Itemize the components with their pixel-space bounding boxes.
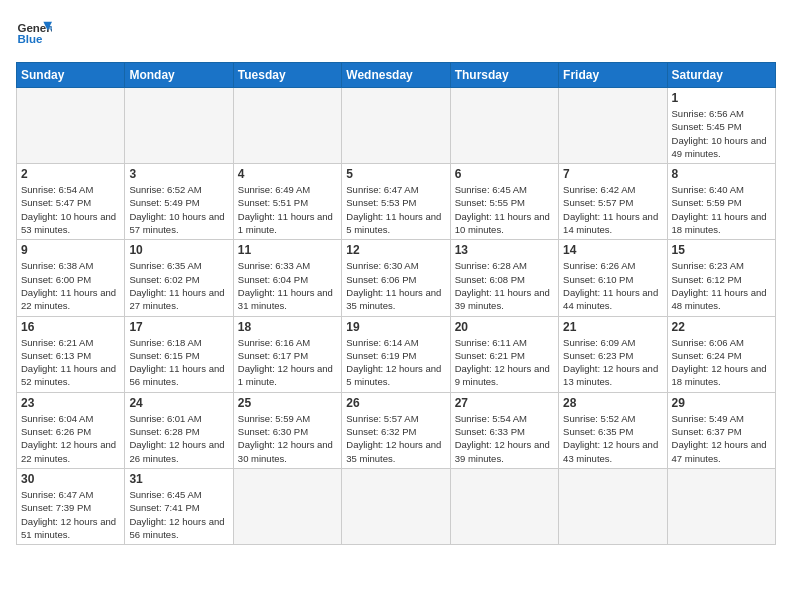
weekday-header-row: SundayMondayTuesdayWednesdayThursdayFrid…: [17, 63, 776, 88]
day-info: Sunrise: 6:18 AM Sunset: 6:15 PM Dayligh…: [129, 336, 228, 389]
day-info: Sunrise: 6:14 AM Sunset: 6:19 PM Dayligh…: [346, 336, 445, 389]
day-number: 8: [672, 167, 771, 181]
day-info: Sunrise: 5:57 AM Sunset: 6:32 PM Dayligh…: [346, 412, 445, 465]
day-cell: 5Sunrise: 6:47 AM Sunset: 5:53 PM Daylig…: [342, 164, 450, 240]
week-row-5: 30Sunrise: 6:47 AM Sunset: 7:39 PM Dayli…: [17, 468, 776, 544]
day-cell: 31Sunrise: 6:45 AM Sunset: 7:41 PM Dayli…: [125, 468, 233, 544]
day-cell: 2Sunrise: 6:54 AM Sunset: 5:47 PM Daylig…: [17, 164, 125, 240]
day-info: Sunrise: 6:06 AM Sunset: 6:24 PM Dayligh…: [672, 336, 771, 389]
day-cell: 4Sunrise: 6:49 AM Sunset: 5:51 PM Daylig…: [233, 164, 341, 240]
week-row-0: 1Sunrise: 6:56 AM Sunset: 5:45 PM Daylig…: [17, 88, 776, 164]
day-number: 29: [672, 396, 771, 410]
day-cell: [125, 88, 233, 164]
week-row-4: 23Sunrise: 6:04 AM Sunset: 6:26 PM Dayli…: [17, 392, 776, 468]
day-cell: 19Sunrise: 6:14 AM Sunset: 6:19 PM Dayli…: [342, 316, 450, 392]
day-number: 16: [21, 320, 120, 334]
weekday-header-thursday: Thursday: [450, 63, 558, 88]
day-cell: 17Sunrise: 6:18 AM Sunset: 6:15 PM Dayli…: [125, 316, 233, 392]
week-row-3: 16Sunrise: 6:21 AM Sunset: 6:13 PM Dayli…: [17, 316, 776, 392]
day-cell: 15Sunrise: 6:23 AM Sunset: 6:12 PM Dayli…: [667, 240, 775, 316]
day-number: 28: [563, 396, 662, 410]
day-number: 10: [129, 243, 228, 257]
header: General Blue: [16, 16, 776, 52]
day-cell: [342, 88, 450, 164]
day-number: 26: [346, 396, 445, 410]
day-info: Sunrise: 6:42 AM Sunset: 5:57 PM Dayligh…: [563, 183, 662, 236]
day-cell: [17, 88, 125, 164]
day-number: 24: [129, 396, 228, 410]
weekday-header-monday: Monday: [125, 63, 233, 88]
day-number: 14: [563, 243, 662, 257]
day-cell: [450, 88, 558, 164]
day-cell: 23Sunrise: 6:04 AM Sunset: 6:26 PM Dayli…: [17, 392, 125, 468]
day-info: Sunrise: 6:56 AM Sunset: 5:45 PM Dayligh…: [672, 107, 771, 160]
day-info: Sunrise: 5:49 AM Sunset: 6:37 PM Dayligh…: [672, 412, 771, 465]
day-info: Sunrise: 6:52 AM Sunset: 5:49 PM Dayligh…: [129, 183, 228, 236]
day-info: Sunrise: 6:09 AM Sunset: 6:23 PM Dayligh…: [563, 336, 662, 389]
day-cell: 16Sunrise: 6:21 AM Sunset: 6:13 PM Dayli…: [17, 316, 125, 392]
day-info: Sunrise: 5:59 AM Sunset: 6:30 PM Dayligh…: [238, 412, 337, 465]
day-cell: 3Sunrise: 6:52 AM Sunset: 5:49 PM Daylig…: [125, 164, 233, 240]
day-cell: 11Sunrise: 6:33 AM Sunset: 6:04 PM Dayli…: [233, 240, 341, 316]
day-number: 22: [672, 320, 771, 334]
day-number: 13: [455, 243, 554, 257]
day-number: 9: [21, 243, 120, 257]
logo: General Blue: [16, 16, 52, 52]
day-number: 25: [238, 396, 337, 410]
day-info: Sunrise: 5:52 AM Sunset: 6:35 PM Dayligh…: [563, 412, 662, 465]
page: General Blue SundayMondayTuesdayWednesda…: [0, 0, 792, 612]
week-row-1: 2Sunrise: 6:54 AM Sunset: 5:47 PM Daylig…: [17, 164, 776, 240]
day-cell: [559, 88, 667, 164]
weekday-header-friday: Friday: [559, 63, 667, 88]
day-number: 31: [129, 472, 228, 486]
day-cell: 14Sunrise: 6:26 AM Sunset: 6:10 PM Dayli…: [559, 240, 667, 316]
day-cell: 7Sunrise: 6:42 AM Sunset: 5:57 PM Daylig…: [559, 164, 667, 240]
day-number: 21: [563, 320, 662, 334]
day-info: Sunrise: 6:38 AM Sunset: 6:00 PM Dayligh…: [21, 259, 120, 312]
day-number: 3: [129, 167, 228, 181]
day-cell: [667, 468, 775, 544]
weekday-header-wednesday: Wednesday: [342, 63, 450, 88]
day-cell: 1Sunrise: 6:56 AM Sunset: 5:45 PM Daylig…: [667, 88, 775, 164]
logo-icon: General Blue: [16, 16, 52, 52]
day-info: Sunrise: 6:30 AM Sunset: 6:06 PM Dayligh…: [346, 259, 445, 312]
week-row-2: 9Sunrise: 6:38 AM Sunset: 6:00 PM Daylig…: [17, 240, 776, 316]
day-info: Sunrise: 6:28 AM Sunset: 6:08 PM Dayligh…: [455, 259, 554, 312]
day-cell: 20Sunrise: 6:11 AM Sunset: 6:21 PM Dayli…: [450, 316, 558, 392]
day-cell: 29Sunrise: 5:49 AM Sunset: 6:37 PM Dayli…: [667, 392, 775, 468]
day-cell: 8Sunrise: 6:40 AM Sunset: 5:59 PM Daylig…: [667, 164, 775, 240]
day-number: 23: [21, 396, 120, 410]
day-info: Sunrise: 6:26 AM Sunset: 6:10 PM Dayligh…: [563, 259, 662, 312]
day-cell: 10Sunrise: 6:35 AM Sunset: 6:02 PM Dayli…: [125, 240, 233, 316]
day-cell: 26Sunrise: 5:57 AM Sunset: 6:32 PM Dayli…: [342, 392, 450, 468]
weekday-header-saturday: Saturday: [667, 63, 775, 88]
day-number: 4: [238, 167, 337, 181]
day-number: 6: [455, 167, 554, 181]
day-info: Sunrise: 6:01 AM Sunset: 6:28 PM Dayligh…: [129, 412, 228, 465]
day-info: Sunrise: 6:35 AM Sunset: 6:02 PM Dayligh…: [129, 259, 228, 312]
day-cell: 12Sunrise: 6:30 AM Sunset: 6:06 PM Dayli…: [342, 240, 450, 316]
day-cell: 27Sunrise: 5:54 AM Sunset: 6:33 PM Dayli…: [450, 392, 558, 468]
day-info: Sunrise: 6:33 AM Sunset: 6:04 PM Dayligh…: [238, 259, 337, 312]
day-cell: [450, 468, 558, 544]
day-info: Sunrise: 6:47 AM Sunset: 7:39 PM Dayligh…: [21, 488, 120, 541]
weekday-header-tuesday: Tuesday: [233, 63, 341, 88]
day-info: Sunrise: 6:47 AM Sunset: 5:53 PM Dayligh…: [346, 183, 445, 236]
day-cell: 13Sunrise: 6:28 AM Sunset: 6:08 PM Dayli…: [450, 240, 558, 316]
svg-text:Blue: Blue: [17, 33, 43, 45]
day-cell: 21Sunrise: 6:09 AM Sunset: 6:23 PM Dayli…: [559, 316, 667, 392]
day-info: Sunrise: 6:21 AM Sunset: 6:13 PM Dayligh…: [21, 336, 120, 389]
day-number: 11: [238, 243, 337, 257]
day-number: 30: [21, 472, 120, 486]
day-info: Sunrise: 6:16 AM Sunset: 6:17 PM Dayligh…: [238, 336, 337, 389]
day-cell: 25Sunrise: 5:59 AM Sunset: 6:30 PM Dayli…: [233, 392, 341, 468]
day-number: 2: [21, 167, 120, 181]
day-number: 5: [346, 167, 445, 181]
day-info: Sunrise: 6:40 AM Sunset: 5:59 PM Dayligh…: [672, 183, 771, 236]
day-cell: 18Sunrise: 6:16 AM Sunset: 6:17 PM Dayli…: [233, 316, 341, 392]
day-number: 19: [346, 320, 445, 334]
day-cell: 28Sunrise: 5:52 AM Sunset: 6:35 PM Dayli…: [559, 392, 667, 468]
day-number: 15: [672, 243, 771, 257]
day-cell: [233, 468, 341, 544]
day-number: 20: [455, 320, 554, 334]
